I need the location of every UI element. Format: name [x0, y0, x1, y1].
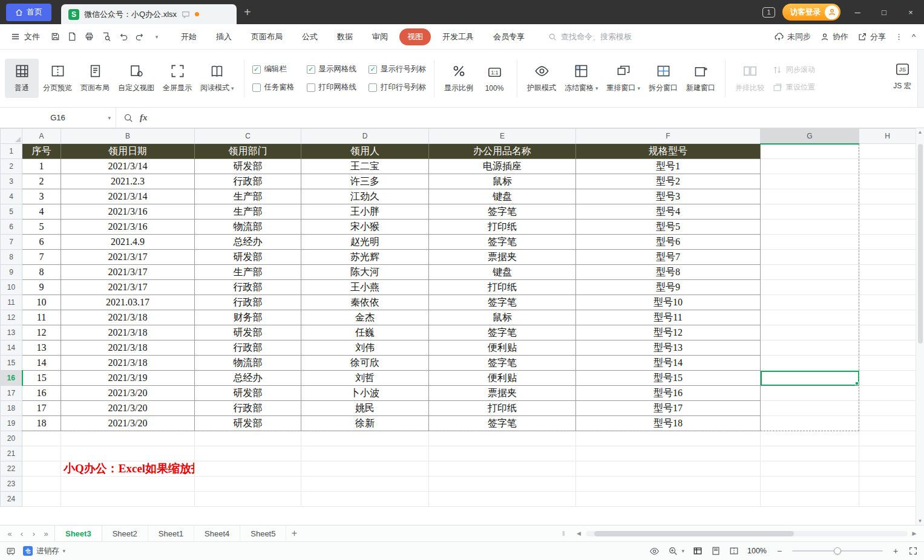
- cell-F7[interactable]: 型号6: [576, 235, 761, 250]
- file-menu-button[interactable]: 文件: [6, 31, 45, 42]
- cell-B21[interactable]: [61, 446, 195, 461]
- row-header-1[interactable]: 1: [1, 144, 22, 159]
- split-window-button[interactable]: 拆分窗口: [644, 59, 682, 98]
- cell-B7[interactable]: 2021.4.9: [61, 235, 195, 250]
- cell-C8[interactable]: 研发部: [195, 250, 301, 265]
- checkbox-打印网格线[interactable]: 打印网格线: [307, 82, 357, 93]
- zoom-in-button[interactable]: +: [891, 546, 900, 556]
- row-header-2[interactable]: 2: [1, 159, 22, 174]
- menu-tab-公式[interactable]: 公式: [294, 28, 326, 45]
- column-header-B[interactable]: B: [61, 129, 195, 144]
- cell-F3[interactable]: 型号2: [576, 174, 761, 189]
- column-header-E[interactable]: E: [429, 129, 576, 144]
- checkbox-编辑栏[interactable]: ✓编辑栏: [252, 64, 295, 74]
- cell-F10[interactable]: 型号9: [576, 280, 761, 295]
- namebox-caret-icon[interactable]: ▾: [108, 115, 111, 121]
- cell-C7[interactable]: 总经办: [195, 235, 301, 250]
- cell-D14[interactable]: 刘伟: [301, 340, 429, 356]
- page-break-status-button[interactable]: [729, 546, 739, 556]
- scroll-down-icon[interactable]: ▼: [916, 518, 924, 524]
- cell-H11[interactable]: [859, 295, 916, 310]
- cell-H9[interactable]: [859, 265, 916, 280]
- cell-A23[interactable]: [22, 477, 61, 492]
- jinxiaocun-plugin-button[interactable]: 仓 进销存 ▾: [23, 546, 65, 556]
- row-header-23[interactable]: 23: [1, 477, 22, 492]
- cell-B15[interactable]: 2021/3/18: [61, 356, 195, 371]
- command-search[interactable]: 查找命令、搜索模板: [548, 31, 632, 42]
- cell-D6[interactable]: 宋小猴: [301, 220, 429, 235]
- menu-tab-视图[interactable]: 视图: [399, 28, 431, 45]
- arrange-windows-button[interactable]: 重排窗口▾: [603, 59, 645, 98]
- cell-E5[interactable]: 签字笔: [429, 204, 576, 220]
- cell-D9[interactable]: 陈大河: [301, 265, 429, 280]
- fx-icon[interactable]: fx: [140, 112, 148, 123]
- page-break-preview-button[interactable]: 分页预览: [39, 59, 76, 98]
- cell-H4[interactable]: [859, 189, 916, 204]
- cell-H15[interactable]: [859, 356, 916, 371]
- row-header-20[interactable]: 20: [1, 431, 22, 446]
- cell-G4[interactable]: [761, 189, 859, 204]
- new-window-button[interactable]: 新建窗口: [682, 59, 719, 98]
- row-header-11[interactable]: 11: [1, 295, 22, 310]
- cell-F19[interactable]: 型号18: [576, 416, 761, 431]
- cell-A9[interactable]: 8: [22, 265, 61, 280]
- cell-H3[interactable]: [859, 174, 916, 189]
- sheet-tab-Sheet5[interactable]: Sheet5: [240, 526, 286, 541]
- cell-H14[interactable]: [859, 340, 916, 356]
- cell-A12[interactable]: 11: [22, 310, 61, 325]
- cell-E1[interactable]: 办公用品名称: [429, 144, 576, 159]
- cell-A4[interactable]: 3: [22, 189, 61, 204]
- cell-G15[interactable]: [761, 356, 859, 371]
- column-header-A[interactable]: A: [22, 129, 61, 144]
- sheet-tab-Sheet2[interactable]: Sheet2: [102, 526, 148, 541]
- cell-F11[interactable]: 型号10: [576, 295, 761, 310]
- first-sheet-icon[interactable]: «: [4, 529, 16, 538]
- cell-C5[interactable]: 生产部: [195, 204, 301, 220]
- cell-A7[interactable]: 6: [22, 235, 61, 250]
- cell-C17[interactable]: 研发部: [195, 386, 301, 401]
- sheet-tab-Sheet1[interactable]: Sheet1: [148, 526, 194, 541]
- cell-E14[interactable]: 便利贴: [429, 340, 576, 356]
- cell-C23[interactable]: [195, 477, 301, 492]
- cell-E4[interactable]: 键盘: [429, 189, 576, 204]
- cell-B24[interactable]: [61, 492, 195, 507]
- scroll-up-icon[interactable]: ▲: [916, 129, 924, 135]
- cell-E22[interactable]: [429, 461, 576, 477]
- cell-G19[interactable]: [761, 416, 859, 431]
- cell-B1[interactable]: 领用日期: [61, 144, 195, 159]
- add-sheet-button[interactable]: +: [286, 528, 302, 539]
- cell-A3[interactable]: 2: [22, 174, 61, 189]
- cell-A1[interactable]: 序号: [22, 144, 61, 159]
- row-header-15[interactable]: 15: [1, 356, 22, 371]
- cell-A8[interactable]: 7: [22, 250, 61, 265]
- cell-E11[interactable]: 签字笔: [429, 295, 576, 310]
- menu-tab-数据[interactable]: 数据: [329, 28, 361, 45]
- cell-H6[interactable]: [859, 220, 916, 235]
- cell-F16[interactable]: 型号15: [576, 371, 761, 386]
- cell-D24[interactable]: [301, 492, 429, 507]
- maximize-button[interactable]: □: [874, 0, 894, 24]
- cell-F5[interactable]: 型号4: [576, 204, 761, 220]
- cell-E20[interactable]: [429, 431, 576, 446]
- cell-C24[interactable]: [195, 492, 301, 507]
- cell-H22[interactable]: [859, 461, 916, 477]
- cell-E2[interactable]: 电源插座: [429, 159, 576, 174]
- cell-F6[interactable]: 型号5: [576, 220, 761, 235]
- cell-F8[interactable]: 型号7: [576, 250, 761, 265]
- cell-E10[interactable]: 打印纸: [429, 280, 576, 295]
- cell-E13[interactable]: 签字笔: [429, 325, 576, 340]
- cell-E18[interactable]: 打印纸: [429, 401, 576, 416]
- cell-G17[interactable]: [761, 386, 859, 401]
- cell-D13[interactable]: 任巍: [301, 325, 429, 340]
- column-header-F[interactable]: F: [576, 129, 761, 144]
- insert-function-icon[interactable]: [123, 113, 133, 123]
- cell-B9[interactable]: 2021/3/17: [61, 265, 195, 280]
- cell-C12[interactable]: 财务部: [195, 310, 301, 325]
- cell-G6[interactable]: [761, 220, 859, 235]
- share-button[interactable]: 分享: [857, 31, 886, 42]
- cell-C10[interactable]: 行政部: [195, 280, 301, 295]
- cell-C20[interactable]: [195, 431, 301, 446]
- checkbox-显示行号列标[interactable]: ✓显示行号列标: [369, 64, 426, 74]
- cell-D18[interactable]: 姚民: [301, 401, 429, 416]
- cell-G12[interactable]: [761, 310, 859, 325]
